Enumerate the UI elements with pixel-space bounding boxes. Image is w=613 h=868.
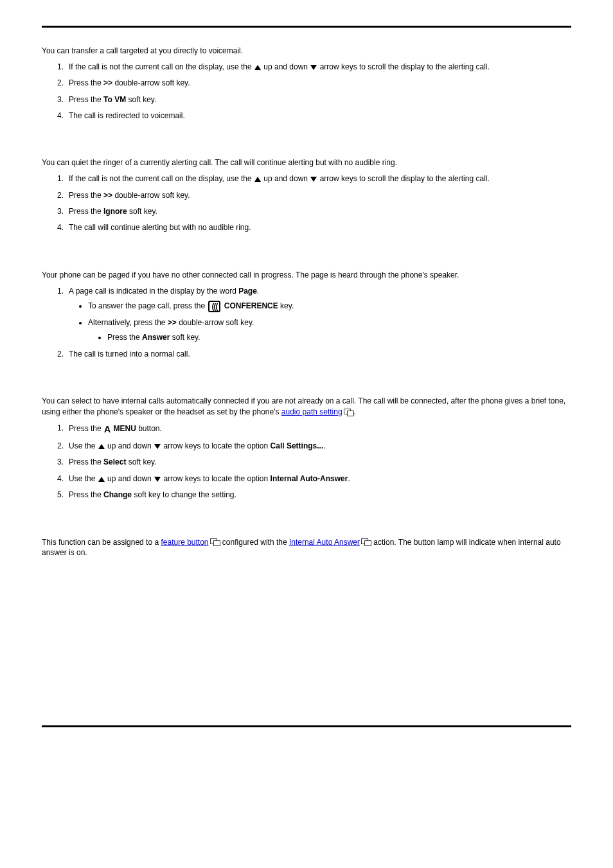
section4-list: Press the A MENU button. Use the up and …: [42, 423, 571, 501]
document-page: You can transfer a call targeted at you …: [0, 0, 613, 753]
menu-icon: A: [104, 423, 111, 436]
list-item: The call is redirected to voicemail.: [69, 111, 571, 121]
menu-button: MENU: [111, 424, 136, 433]
to-vm-key: To VM: [103, 95, 126, 104]
list-item: Press the >> double-arrow soft key.: [69, 190, 571, 201]
arrow-up-icon: [98, 444, 105, 449]
list-item: If the call is not the current call on t…: [69, 62, 571, 73]
list-item: The call will continue alerting but with…: [69, 222, 571, 233]
arrow-up-icon: [254, 65, 261, 70]
conference-key: CONFERENCE: [222, 301, 278, 310]
arrow-down-icon: [154, 444, 161, 449]
list-item: Press the >> double-arrow soft key.: [69, 78, 571, 89]
list-item: The call is turned into a normal call.: [69, 349, 571, 360]
conference-icon: (((: [208, 301, 220, 312]
internal-auto-answer-link[interactable]: Internal Auto Answer: [289, 538, 360, 547]
arrow-down-icon: [154, 477, 161, 482]
double-arrow-key: >>: [103, 78, 112, 87]
section-page-call: Your phone can be paged if you have no o…: [42, 270, 571, 360]
arrow-up-icon: [254, 177, 261, 182]
section2-intro: You can quiet the ringer of a currently …: [42, 157, 571, 168]
list-item: Press the Change soft key to change the …: [69, 490, 571, 500]
reference-icon: [344, 409, 353, 416]
list-item: Press the To VM soft key.: [69, 94, 571, 105]
double-arrow-key: >>: [168, 318, 177, 327]
section-transfer-voicemail: You can transfer a call targeted at you …: [42, 46, 571, 121]
change-key: Change: [103, 490, 132, 499]
list-item: Alternatively, press the >> double-arrow…: [88, 317, 571, 344]
list-item: Use the up and down arrow keys to locate…: [69, 441, 571, 452]
arrow-down-icon: [310, 177, 317, 182]
footer-divider: [42, 725, 571, 727]
header-divider: [42, 26, 571, 28]
ignore-key: Ignore: [103, 207, 127, 216]
list-item: If the call is not the current call on t…: [69, 173, 571, 184]
answer-key: Answer: [142, 333, 170, 342]
section4-note: This function can be assigned to a featu…: [42, 537, 571, 559]
internal-auto-answer-option: Internal Auto-Answer: [271, 474, 348, 483]
reference-icon: [361, 538, 370, 546]
list-item: Press the Select soft key.: [69, 457, 571, 468]
page-word: Page: [238, 287, 257, 296]
call-settings-option: Call Settings...: [271, 441, 324, 450]
list-item: Press the A MENU button.: [69, 423, 571, 436]
section1-intro: You can transfer a call targeted at you …: [42, 46, 571, 57]
list-item: Use the up and down arrow keys to locate…: [69, 474, 571, 484]
list-item: To answer the page call, press the ((( C…: [88, 301, 571, 312]
section-quiet-ringer: You can quiet the ringer of a currently …: [42, 157, 571, 233]
section3-subsublist: Press the Answer soft key.: [88, 332, 571, 343]
reference-icon: [210, 538, 219, 546]
arrow-up-icon: [98, 477, 105, 482]
feature-button-link[interactable]: feature button: [161, 538, 208, 547]
section2-list: If the call is not the current call on t…: [42, 173, 571, 234]
list-item: Press the Answer soft key.: [107, 332, 571, 343]
section3-sublist: To answer the page call, press the ((( C…: [69, 301, 571, 344]
arrow-down-icon: [310, 65, 317, 70]
list-item: Press the Ignore soft key.: [69, 206, 571, 217]
list-item: A page call is indicated in the display …: [69, 286, 571, 344]
section3-intro: Your phone can be paged if you have no o…: [42, 270, 571, 281]
section3-list: A page call is indicated in the display …: [42, 286, 571, 360]
section1-list: If the call is not the current call on t…: [42, 62, 571, 122]
section-auto-answer: You can select to have internal calls au…: [42, 396, 571, 500]
select-key: Select: [103, 457, 126, 466]
audio-path-setting-link[interactable]: audio path setting: [281, 407, 342, 416]
double-arrow-key: >>: [103, 191, 112, 200]
section4-intro: You can select to have internal calls au…: [42, 396, 571, 418]
